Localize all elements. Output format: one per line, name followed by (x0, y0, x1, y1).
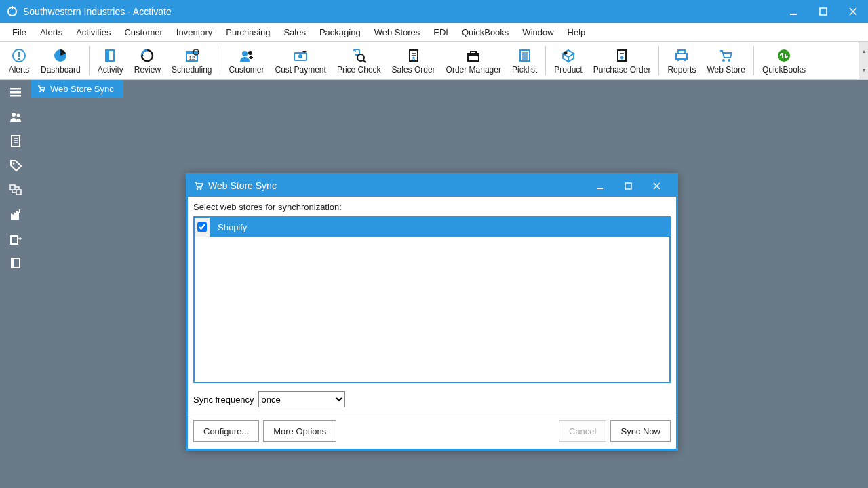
toolbar-review[interactable]: Review (129, 42, 166, 79)
toolbar-label: Product (554, 65, 582, 75)
sync-now-button[interactable]: Sync Now (610, 420, 671, 442)
toolbar-reports[interactable]: Reports (662, 42, 701, 79)
toolbar-activity[interactable]: Activity (92, 42, 129, 79)
dialog-body: Select web stores for synchronization: S… (188, 197, 676, 413)
window-title: Southwestern Industries - Acctivate (23, 6, 778, 17)
toolbar-label: Reports (667, 65, 696, 75)
cart-icon (193, 180, 204, 191)
menu-quickbooks[interactable]: QuickBooks (455, 23, 515, 41)
store-row[interactable]: Shopify (195, 218, 669, 237)
svg-rect-50 (10, 92, 21, 94)
sidebar-tag[interactable] (0, 153, 31, 178)
sidebar-document[interactable] (0, 129, 31, 153)
toolbar-label: Activity (98, 65, 123, 75)
menu-packaging[interactable]: Packaging (313, 23, 368, 41)
menu-purchasing[interactable]: Purchasing (219, 23, 277, 41)
toolbar-label: Web Store (707, 65, 745, 75)
picklist-icon (517, 47, 533, 64)
store-checkbox[interactable] (197, 222, 207, 232)
dialog-minimize-button[interactable] (585, 175, 614, 197)
review-icon (139, 47, 155, 64)
toolbar-purchase-order[interactable]: Purchase Order (588, 42, 656, 79)
dialog-close-button[interactable] (642, 175, 671, 197)
menu-bar: File Alerts Activities Customer Inventor… (0, 23, 868, 42)
sidebar-book[interactable] (0, 251, 31, 275)
svg-point-25 (357, 54, 364, 61)
svg-rect-62 (11, 236, 18, 244)
toolbar-label: Purchase Order (593, 65, 651, 75)
menu-webstores[interactable]: Web Stores (368, 23, 427, 41)
toolbar-scheduling[interactable]: 12Scheduling (166, 42, 217, 79)
sidebar (0, 80, 31, 488)
toolbar-picklist[interactable]: Picklist (507, 42, 542, 79)
toolbar-label: Order Manager (446, 65, 501, 75)
svg-point-24 (355, 50, 356, 52)
svg-rect-54 (12, 136, 20, 146)
dialog-title: Web Store Sync (208, 180, 585, 191)
svg-rect-1 (12, 6, 13, 9)
svg-rect-11 (106, 50, 109, 61)
close-button[interactable] (838, 0, 868, 23)
svg-point-68 (200, 188, 202, 190)
toolbar-alerts[interactable]: Alerts (3, 42, 35, 79)
dashboard-icon (52, 47, 68, 64)
cancel-button[interactable]: Cancel (559, 420, 606, 442)
menu-alerts[interactable]: Alerts (33, 23, 69, 41)
svg-text:12: 12 (189, 55, 195, 61)
store-list[interactable]: Shopify (193, 216, 671, 383)
store-checkbox-cell[interactable] (195, 218, 211, 237)
po-icon (614, 47, 630, 64)
menu-activities[interactable]: Activities (69, 23, 117, 41)
toolbar-dashboard[interactable]: Dashboard (35, 42, 86, 79)
dialog-footer: Configure... More Options Cancel Sync No… (188, 413, 676, 449)
sync-frequency-select[interactable]: once (258, 391, 345, 407)
toolbar-price-check[interactable]: Price Check (332, 42, 387, 79)
toolbar-label: Picklist (512, 65, 537, 75)
toolbar-quickbooks[interactable]: QuickBooks (757, 42, 811, 79)
tab-web-store-sync[interactable]: Web Store Sync (31, 80, 123, 98)
quickbooks-icon (776, 47, 792, 64)
configure-button[interactable]: Configure... (193, 420, 259, 442)
svg-point-66 (43, 91, 44, 92)
toolbar-scroll[interactable]: ▴▾ (859, 42, 868, 79)
more-options-button[interactable]: More Options (263, 420, 336, 442)
menu-help[interactable]: Help (561, 23, 593, 41)
toolbar-customer[interactable]: Customer (223, 42, 269, 79)
sidebar-export[interactable] (0, 226, 31, 251)
svg-point-58 (13, 163, 15, 165)
alert-icon (11, 47, 27, 64)
menu-file[interactable]: File (5, 23, 33, 41)
svg-rect-3 (820, 8, 827, 15)
svg-rect-2 (790, 14, 797, 15)
svg-text:$: $ (412, 56, 415, 62)
toolbar-separator (89, 46, 90, 75)
dialog-maximize-button[interactable] (614, 175, 642, 197)
dialog-title-bar[interactable]: Web Store Sync (188, 175, 676, 197)
maximize-button[interactable] (808, 0, 838, 23)
toolbar-order-manager[interactable]: Order Manager (441, 42, 507, 79)
menu-inventory[interactable]: Inventory (170, 23, 219, 41)
toolbar-label: QuickBooks (762, 65, 806, 75)
sidebar-menu[interactable] (0, 80, 31, 104)
sidebar-factory[interactable] (0, 202, 31, 226)
sidebar-users[interactable] (0, 104, 31, 129)
window-controls (778, 0, 868, 23)
toolbar-product[interactable]: Product (549, 42, 587, 79)
minimize-button[interactable] (778, 0, 808, 23)
svg-point-18 (242, 51, 248, 56)
spacer (340, 420, 555, 442)
menu-sales[interactable]: Sales (277, 23, 313, 41)
toolbar: Alerts Dashboard Activity Review 12Sched… (0, 42, 868, 80)
menu-edi[interactable]: EDI (427, 23, 455, 41)
menu-window[interactable]: Window (515, 23, 560, 41)
sidebar-transfer[interactable] (0, 178, 31, 202)
toolbar-web-store[interactable]: Web Store (701, 42, 750, 79)
svg-rect-15 (186, 52, 197, 54)
menu-customer[interactable]: Customer (117, 23, 169, 41)
webstore-icon (718, 47, 734, 64)
toolbar-separator (753, 46, 754, 75)
customer-icon (238, 47, 254, 64)
toolbar-cust-payment[interactable]: Cust Payment (270, 42, 332, 79)
toolbar-sales-order[interactable]: $Sales Order (387, 42, 441, 79)
svg-rect-7 (18, 52, 20, 57)
